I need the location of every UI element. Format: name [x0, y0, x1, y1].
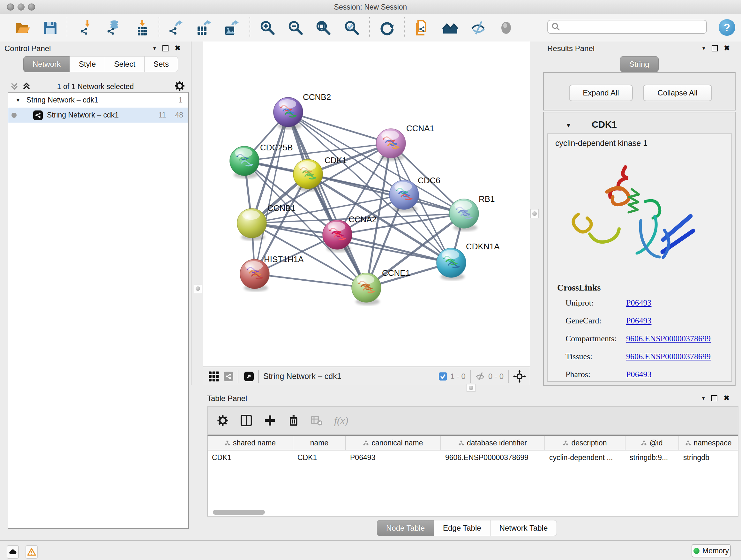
column-header[interactable]: namespace	[679, 436, 738, 450]
string-network-graph[interactable]: CCNB2CCNA1CDC25BCDK1CDC6RB1CCNB1CCNA2CDK…	[203, 42, 530, 367]
network-node-CDKN1A[interactable]: CDKN1A	[436, 242, 500, 280]
show-eye-icon[interactable]	[497, 19, 515, 37]
show-columns-icon[interactable]	[240, 415, 253, 427]
node-label-CCNE1: CCNE1	[382, 268, 410, 278]
horizontal-scrollbar-thumb[interactable]	[213, 510, 265, 515]
export-table-icon[interactable]	[194, 19, 212, 37]
horizontal-splitter-handle[interactable]	[467, 384, 475, 392]
birdseye-crosshair-icon[interactable]	[513, 370, 526, 383]
grid-view-icon[interactable]	[208, 371, 219, 382]
cell-canonical-name[interactable]: P06493	[346, 453, 441, 462]
open-in-window-icon[interactable]	[244, 372, 254, 381]
collapse-panel-icon[interactable]: ▾	[153, 45, 156, 52]
network-node-RB1[interactable]: RB1	[449, 194, 495, 231]
right-splitter-handle[interactable]	[530, 209, 539, 218]
import-network-database-icon[interactable]	[104, 19, 122, 37]
node-label-CDC25B: CDC25B	[260, 143, 293, 152]
collapse-gene-icon[interactable]: ▼	[565, 122, 571, 129]
import-network-file-icon[interactable]	[77, 19, 95, 37]
warnings-button[interactable]	[25, 545, 38, 559]
crosslink-uniprot[interactable]: P06493	[626, 298, 651, 308]
delete-column-icon[interactable]	[287, 415, 300, 427]
horizontal-splitter[interactable]	[203, 385, 741, 392]
zoom-out-icon[interactable]	[286, 19, 305, 37]
close-panel-icon[interactable]: ✖	[175, 44, 181, 52]
import-table-file-icon[interactable]	[133, 19, 151, 37]
network-canvas[interactable]: CCNB2CCNA1CDC25BCDK1CDC6RB1CCNB1CCNA2CDK…	[203, 42, 530, 367]
add-column-icon[interactable]	[264, 415, 276, 427]
left-splitter-handle[interactable]	[194, 284, 202, 293]
crosslink-compartments[interactable]: 9606.ENSP00000378699	[626, 334, 711, 344]
cell-id[interactable]: stringdb:9...	[625, 453, 679, 462]
tab-network[interactable]: Network	[23, 56, 70, 72]
close-window-button[interactable]	[7, 3, 14, 10]
home-panel-icon[interactable]	[441, 19, 459, 37]
tab-sets[interactable]: Sets	[144, 56, 178, 72]
crosslink-pharos[interactable]: P06493	[626, 370, 651, 379]
network-node-HIST1H1A[interactable]: HIST1H1A	[240, 254, 304, 292]
column-header[interactable]: name	[293, 436, 346, 450]
tab-node-table[interactable]: Node Table	[377, 520, 434, 536]
zoom-in-icon[interactable]	[259, 19, 276, 37]
float-panel-icon[interactable]	[711, 395, 718, 401]
warning-icon	[27, 548, 36, 556]
crosslink-tissues[interactable]: 9606.ENSP00000378699	[626, 352, 711, 361]
cell-namespace[interactable]: stringdb	[679, 453, 738, 462]
help-icon[interactable]: ?	[719, 19, 735, 36]
collapse-all-button[interactable]: Collapse All	[643, 84, 712, 101]
minimize-window-button[interactable]	[17, 3, 24, 10]
memory-label: Memory	[702, 547, 729, 555]
tab-select[interactable]: Select	[105, 56, 145, 72]
memory-button[interactable]: Memory	[691, 544, 731, 557]
network-row-selected[interactable]: String Network – cdk1 11 48	[8, 108, 188, 123]
network-node-CDC25B[interactable]: CDC25B	[230, 143, 293, 179]
network-collection-row[interactable]: ▼ String Network – cdk1 1	[8, 92, 188, 108]
network-edge-HIST1H1A-CCNE1[interactable]	[255, 274, 366, 288]
table-row[interactable]: CDK1 CDK1 P06493 9606.ENSP00000378699 cy…	[208, 450, 738, 464]
cloud-button[interactable]	[7, 545, 19, 559]
search-field[interactable]	[547, 20, 707, 34]
column-header[interactable]: shared name	[208, 436, 293, 450]
column-header[interactable]: description	[545, 436, 625, 450]
search-input[interactable]	[561, 22, 702, 31]
network-node-CCNA1[interactable]: CCNA1	[376, 124, 434, 161]
zoom-selected-icon[interactable]	[343, 19, 360, 37]
hide-selected-eye-icon[interactable]	[469, 19, 487, 37]
copy-network-icon[interactable]	[413, 19, 431, 37]
cell-database-identifier[interactable]: 9606.ENSP00000378699	[441, 453, 545, 462]
close-panel-icon[interactable]: ✖	[724, 394, 730, 402]
cell-shared-name[interactable]: CDK1	[208, 453, 293, 462]
refresh-icon[interactable]	[378, 19, 396, 37]
save-session-icon[interactable]	[42, 19, 59, 37]
table-options-gear-icon[interactable]	[217, 415, 229, 427]
cell-name[interactable]: CDK1	[293, 453, 346, 462]
crosslink-genecard[interactable]: P06493	[626, 316, 651, 326]
network-options-gear-icon[interactable]	[174, 80, 185, 91]
float-panel-icon[interactable]	[162, 45, 169, 51]
network-node-CDC6[interactable]: CDC6	[389, 176, 441, 212]
zoom-window-button[interactable]	[28, 3, 35, 10]
collapse-panel-icon[interactable]: ▾	[702, 395, 705, 401]
column-header[interactable]: database identifier	[441, 436, 545, 450]
expand-collection-icon[interactable]: ▼	[15, 97, 21, 104]
export-network-icon[interactable]	[166, 19, 185, 37]
column-header[interactable]: canonical name	[346, 436, 441, 450]
tab-string[interactable]: String	[620, 56, 659, 72]
network-edge-CCNB2-CCNA1[interactable]	[288, 112, 391, 143]
tab-style[interactable]: Style	[70, 56, 105, 72]
cell-description[interactable]: cyclin-dependent ...	[545, 453, 625, 462]
open-session-icon[interactable]	[13, 19, 31, 37]
left-splitter[interactable]	[191, 42, 204, 385]
tab-edge-table[interactable]: Edge Table	[434, 520, 490, 536]
network-edge-CCNB2-HIST1H1A[interactable]	[255, 112, 288, 274]
close-panel-icon[interactable]: ✖	[724, 44, 730, 52]
float-panel-icon[interactable]	[712, 45, 718, 51]
selected-checkbox-icon[interactable]	[439, 372, 448, 381]
zoom-fit-icon[interactable]	[314, 19, 332, 37]
export-image-icon[interactable]	[222, 19, 240, 37]
expand-all-button[interactable]: Expand All	[569, 84, 633, 101]
tab-network-table[interactable]: Network Table	[490, 520, 557, 536]
column-header[interactable]: @id	[625, 436, 679, 450]
network-node-CCNB2[interactable]: CCNB2	[273, 92, 331, 130]
collapse-panel-icon[interactable]: ▾	[702, 45, 705, 52]
